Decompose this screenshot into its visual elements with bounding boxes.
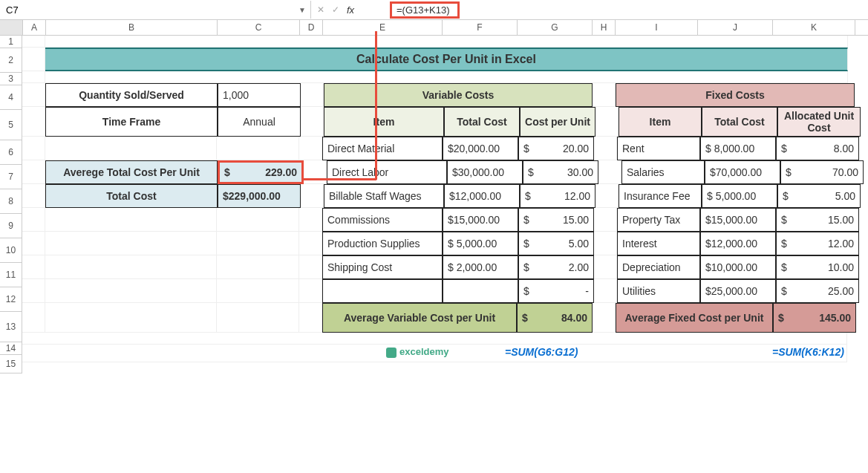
row-6[interactable]: 6 — [0, 140, 22, 165]
var-total[interactable]: $20,000.00 — [443, 137, 526, 160]
var-total-value[interactable]: $84.00 — [522, 312, 587, 324]
fix-unit[interactable]: $8.00 — [781, 143, 854, 154]
timeframe-label: Time Frame — [46, 108, 217, 136]
col-D[interactable]: D — [300, 20, 323, 35]
watermark: exceldemy — [386, 346, 449, 358]
row-14[interactable]: 14 — [0, 342, 22, 355]
row-3[interactable]: 3 — [0, 73, 22, 85]
col-K[interactable]: K — [773, 20, 855, 35]
var-item[interactable]: Shipping Cost — [323, 256, 442, 278]
row-8[interactable]: 8 — [0, 189, 22, 214]
fix-total[interactable]: $ 8,000.00 — [701, 137, 784, 160]
fix-item[interactable]: Depreciation — [618, 256, 699, 278]
fix-total-value[interactable]: $145.00 — [778, 312, 851, 324]
avg-cost-value[interactable]: $229.00 — [224, 166, 297, 178]
var-unit[interactable]: $12.00 — [525, 190, 590, 202]
row-1[interactable]: 1 — [0, 36, 22, 48]
enter-icon[interactable]: ✓ — [329, 4, 342, 15]
var-unit[interactable]: $30.00 — [528, 166, 593, 178]
row-4[interactable]: 4 — [0, 85, 22, 110]
var-sum-formula: =SUM(G6:G12) — [505, 346, 578, 358]
fix-item[interactable]: Insurance Fee — [619, 185, 701, 207]
col-C[interactable]: C — [218, 20, 300, 35]
row-11[interactable]: 11 — [0, 263, 22, 287]
fix-unit[interactable]: $10.00 — [781, 261, 854, 273]
col-B[interactable]: B — [46, 20, 218, 35]
formula-bar: ▼ ✕ ✓ fx =(G13+K13) — [0, 0, 868, 20]
fix-unit[interactable]: $12.00 — [781, 238, 854, 249]
annotation-line-v — [375, 31, 377, 180]
var-item[interactable]: Direct Material — [323, 137, 442, 160]
col-E[interactable]: E — [323, 20, 443, 35]
name-box[interactable] — [0, 1, 294, 19]
col-J[interactable]: J — [698, 20, 773, 35]
col-F[interactable]: F — [443, 20, 518, 35]
fix-total[interactable]: $ 5,000.00 — [702, 185, 786, 207]
var-total[interactable]: $ 2,000.00 — [443, 256, 526, 278]
fix-total[interactable]: $15,000.00 — [701, 209, 784, 231]
var-h-total: Total Cost — [445, 108, 519, 136]
row-7[interactable]: 7 — [0, 165, 22, 189]
var-unit[interactable]: $5.00 — [523, 238, 589, 249]
row-13[interactable]: 13 — [0, 312, 22, 342]
qty-label: Quantity Sold/Served — [46, 84, 217, 106]
var-total[interactable]: $12,000.00 — [445, 185, 528, 207]
fix-unit[interactable]: $70.00 — [786, 166, 858, 178]
var-unit[interactable]: $20.00 — [523, 143, 589, 154]
row-headers: 1 2 3 4 5 6 7 8 9 10 11 12 13 14 15 — [0, 36, 22, 373]
row-2[interactable]: 2 — [0, 48, 22, 73]
fix-total[interactable]: $10,000.00 — [701, 256, 784, 278]
var-total-label: Average Variable Cost per Unit — [323, 304, 516, 332]
fixed-costs-title: Fixed Costs — [616, 84, 854, 106]
col-G[interactable]: G — [518, 20, 593, 35]
formula-controls: ✕ ✓ fx — [311, 4, 360, 16]
fix-item[interactable]: Rent — [618, 137, 699, 160]
row-5[interactable]: 5 — [0, 110, 22, 140]
timeframe-value[interactable]: Annual — [218, 108, 300, 136]
avg-cost-label: Averege Total Cost Per Unit — [46, 161, 217, 183]
col-I[interactable]: I — [616, 20, 698, 35]
qty-value[interactable]: 1,000 — [218, 84, 309, 106]
var-item[interactable]: Commissions — [323, 209, 442, 231]
fix-item[interactable]: Utilities — [618, 280, 699, 302]
col-A[interactable]: A — [23, 20, 46, 35]
fix-total[interactable]: $25,000.00 — [701, 280, 784, 302]
fix-item[interactable]: Interest — [618, 232, 699, 255]
fx-icon[interactable]: fx — [344, 4, 357, 16]
fix-h-unit: Allocated Unit Cost — [778, 108, 860, 136]
total-cost-value[interactable]: $229,000.00 — [218, 185, 309, 207]
fix-unit[interactable]: $25.00 — [781, 285, 854, 297]
cells-area[interactable]: Calculate Cost Per Unit in Excel Quantit… — [22, 36, 868, 373]
formula-input[interactable]: =(G13+K13) — [390, 1, 460, 19]
fix-sum-formula: =SUM(K6:K12) — [772, 346, 844, 358]
column-headers: A B C D E F G H I J K — [0, 20, 868, 36]
var-unit[interactable]: $15.00 — [523, 214, 589, 226]
row-15[interactable]: 15 — [0, 355, 22, 373]
name-box-dropdown-icon[interactable]: ▼ — [294, 6, 310, 14]
row-12[interactable]: 12 — [0, 287, 22, 312]
var-item[interactable] — [323, 280, 442, 302]
fix-item[interactable]: Property Tax — [618, 209, 699, 231]
var-unit[interactable]: $2.00 — [523, 261, 589, 273]
var-total[interactable] — [443, 280, 526, 302]
row-9[interactable]: 9 — [0, 214, 22, 238]
fix-unit[interactable]: $5.00 — [783, 190, 855, 202]
var-unit[interactable]: $- — [523, 285, 589, 297]
row-10[interactable]: 10 — [0, 238, 22, 263]
select-all-corner[interactable] — [0, 20, 23, 35]
fix-total-label: Average Fixed Cost per Unit — [616, 304, 772, 332]
var-item[interactable]: Billable Staff Wages — [324, 185, 443, 207]
var-total[interactable]: $15,000.00 — [443, 209, 526, 231]
col-H[interactable]: H — [593, 20, 616, 35]
fix-total[interactable]: $70,000.00 — [705, 161, 789, 183]
cancel-icon[interactable]: ✕ — [314, 4, 327, 15]
fix-unit[interactable]: $15.00 — [781, 214, 854, 226]
fix-h-total: Total Cost — [702, 108, 777, 136]
var-item[interactable]: Production Supplies — [323, 232, 442, 255]
fix-item[interactable]: Salaries — [622, 161, 704, 183]
var-total[interactable]: $30,000.00 — [448, 161, 531, 183]
var-h-unit: Cost per Unit — [521, 108, 595, 136]
var-total[interactable]: $ 5,000.00 — [443, 232, 526, 255]
spreadsheet-grid: A B C D E F G H I J K 1 2 3 4 5 6 7 8 9 … — [0, 20, 868, 373]
fix-total[interactable]: $12,000.00 — [701, 232, 784, 255]
